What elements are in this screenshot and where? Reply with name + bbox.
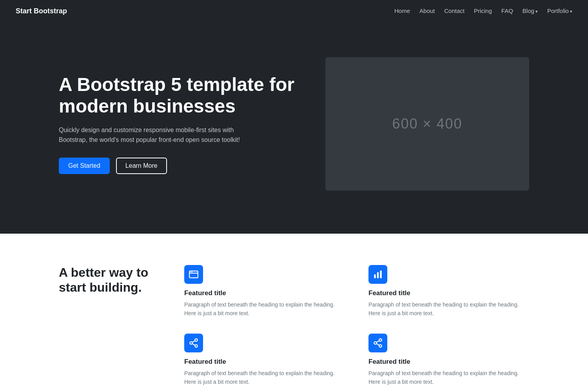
- share-icon-1: [189, 338, 199, 348]
- hero-buttons: Get Started Learn More: [59, 158, 302, 174]
- window-icon: [189, 269, 199, 279]
- hero-section: A Bootstrap 5 template for modern busine…: [0, 22, 588, 234]
- feature-title-2: Featured title: [368, 289, 529, 297]
- svg-point-12: [379, 339, 382, 341]
- svg-line-15: [376, 343, 379, 345]
- nav-portfolio[interactable]: Portfolio: [547, 7, 572, 14]
- feature-item-1: Featured title Paragraph of text beneath…: [184, 265, 345, 318]
- svg-point-7: [195, 339, 198, 341]
- features-section: A better way to start building. Featured…: [0, 234, 588, 392]
- nav-home[interactable]: Home: [394, 7, 410, 14]
- nav-pricing[interactable]: Pricing: [474, 7, 492, 14]
- svg-line-10: [192, 343, 195, 345]
- svg-line-11: [192, 341, 195, 342]
- hero-subtext: Quickly design and customize responsive …: [59, 125, 263, 145]
- features-heading: A better way to start building.: [59, 265, 169, 295]
- feature-item-3: Featured title Paragraph of text beneath…: [184, 334, 345, 387]
- feature-title-1: Featured title: [184, 289, 345, 297]
- svg-point-8: [190, 342, 192, 345]
- hero-text: A Bootstrap 5 template for modern busine…: [59, 74, 302, 174]
- svg-rect-4: [374, 274, 376, 278]
- svg-point-9: [195, 345, 198, 347]
- nav-about[interactable]: About: [419, 7, 435, 14]
- svg-rect-6: [380, 270, 381, 278]
- feature-item-2: Featured title Paragraph of text beneath…: [368, 265, 529, 318]
- chart-icon: [373, 269, 383, 279]
- share-icon-2: [373, 338, 383, 348]
- svg-point-14: [379, 345, 382, 347]
- hero-placeholder: 600 × 400: [325, 57, 529, 191]
- hero-heading: A Bootstrap 5 template for modern busine…: [59, 74, 302, 117]
- features-grid: Featured title Paragraph of text beneath…: [184, 265, 529, 387]
- feature-title-4: Featured title: [368, 358, 529, 366]
- learn-more-button[interactable]: Learn More: [116, 158, 167, 174]
- feature-text-3: Paragraph of text beneath the heading to…: [184, 369, 345, 387]
- nav-contact[interactable]: Contact: [444, 7, 465, 14]
- feature-icon-3: [184, 334, 203, 352]
- hero-image: 600 × 400: [325, 57, 529, 191]
- navbar: Start Bootstrap Home About Contact Prici…: [0, 0, 588, 22]
- svg-point-13: [374, 342, 377, 345]
- nav-brand[interactable]: Start Bootstrap: [16, 7, 67, 15]
- svg-line-16: [376, 341, 379, 342]
- feature-title-3: Featured title: [184, 358, 345, 366]
- nav-links: Home About Contact Pricing FAQ Blog Port…: [394, 7, 572, 15]
- feature-text-1: Paragraph of text beneath the heading to…: [184, 300, 345, 318]
- svg-rect-5: [377, 272, 379, 278]
- feature-item-4: Featured title Paragraph of text beneath…: [368, 334, 529, 387]
- nav-blog[interactable]: Blog: [523, 7, 538, 14]
- feature-icon-1: [184, 265, 203, 284]
- svg-point-2: [191, 272, 191, 272]
- feature-text-2: Paragraph of text beneath the heading to…: [368, 300, 529, 318]
- feature-text-4: Paragraph of text beneath the heading to…: [368, 369, 529, 387]
- feature-icon-2: [368, 265, 387, 284]
- svg-point-3: [192, 272, 192, 272]
- get-started-button[interactable]: Get Started: [59, 158, 110, 174]
- feature-icon-4: [368, 334, 387, 352]
- nav-faq[interactable]: FAQ: [501, 7, 513, 14]
